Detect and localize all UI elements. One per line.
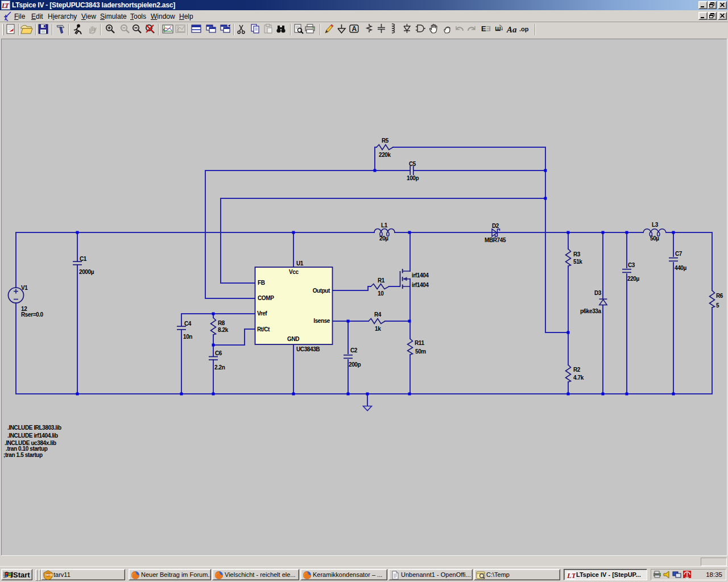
svg-text:.op: .op (519, 26, 529, 32)
svg-text:20µ: 20µ (379, 235, 388, 242)
svg-text:Rt/Ct: Rt/Ct (257, 326, 270, 332)
svg-text:R1: R1 (378, 277, 385, 284)
svg-text:C5: C5 (409, 161, 416, 167)
svg-text:R4: R4 (374, 311, 382, 318)
svg-text:10: 10 (378, 290, 384, 297)
svg-text:U1: U1 (296, 260, 304, 267)
svg-text:Output: Output (313, 288, 330, 294)
svg-text:p6ke33a: p6ke33a (580, 308, 602, 314)
svg-text:MBR745: MBR745 (485, 237, 506, 243)
svg-text:V1: V1 (21, 285, 28, 291)
svg-text:220k: 220k (379, 152, 391, 158)
svg-text:C6: C6 (215, 350, 222, 356)
svg-text:100p: 100p (407, 175, 419, 181)
svg-text:FB: FB (258, 280, 265, 286)
svg-text:C7: C7 (675, 251, 682, 257)
svg-text:440µ: 440µ (675, 265, 686, 271)
svg-text:10n: 10n (183, 334, 192, 340)
svg-text:E: E (481, 24, 486, 33)
svg-text:GND: GND (287, 336, 299, 342)
svg-text:R2: R2 (573, 367, 581, 373)
svg-text:Isense: Isense (313, 318, 330, 324)
svg-text:200p: 200p (349, 361, 361, 368)
svg-text:C1: C1 (80, 256, 87, 262)
svg-text:R3: R3 (573, 251, 581, 257)
svg-text:.INCLUDE irf1404.lib: .INCLUDE irf1404.lib (7, 433, 58, 439)
svg-text:A: A (352, 25, 357, 33)
svg-text:2000µ: 2000µ (79, 269, 94, 275)
svg-text:L3: L3 (652, 222, 659, 228)
svg-text:C4: C4 (184, 321, 192, 327)
svg-text:LT: LT (2, 2, 10, 10)
svg-text:Vcc: Vcc (289, 269, 299, 275)
svg-text:Aa: Aa (506, 25, 517, 34)
svg-text:C2: C2 (350, 347, 358, 354)
svg-text:50m: 50m (415, 348, 426, 355)
svg-text:;tran 1.5 startup: ;tran 1.5 startup (3, 452, 43, 458)
svg-text:R6: R6 (716, 293, 723, 299)
svg-text:220µ: 220µ (627, 276, 639, 282)
svg-text:Vref: Vref (257, 310, 267, 317)
svg-text:UC3843B: UC3843B (296, 346, 320, 352)
svg-text:2.2n: 2.2n (214, 364, 225, 371)
svg-text:1k: 1k (375, 326, 381, 332)
svg-text:COMP: COMP (258, 295, 274, 301)
svg-text:E: E (486, 24, 491, 33)
svg-text:irf1404: irf1404 (412, 272, 429, 278)
svg-text:.tran 0.10 startup: .tran 0.10 startup (6, 446, 48, 452)
svg-text:R11: R11 (415, 340, 424, 346)
svg-text:.INCLUDE IRL3803.lib: .INCLUDE IRL3803.lib (7, 425, 61, 431)
svg-text:5: 5 (716, 302, 719, 309)
svg-text:L1: L1 (381, 222, 388, 228)
svg-text:Rser=0.0: Rser=0.0 (21, 311, 44, 318)
svg-text:E: E (494, 26, 502, 31)
svg-text:51k: 51k (573, 259, 582, 265)
svg-text:4.7k: 4.7k (573, 375, 584, 381)
svg-text:50µ: 50µ (650, 235, 659, 242)
svg-text:D3: D3 (594, 290, 602, 296)
svg-text:tarvu: tarvu (46, 573, 52, 576)
svg-text:R8: R8 (218, 320, 225, 326)
svg-text:D2: D2 (492, 223, 499, 229)
svg-text:8.2k: 8.2k (218, 327, 229, 333)
svg-text:LT: LT (566, 571, 576, 580)
svg-text:R5: R5 (382, 138, 389, 144)
svg-text:irf1404: irf1404 (412, 282, 429, 288)
svg-text:C3: C3 (628, 262, 635, 268)
